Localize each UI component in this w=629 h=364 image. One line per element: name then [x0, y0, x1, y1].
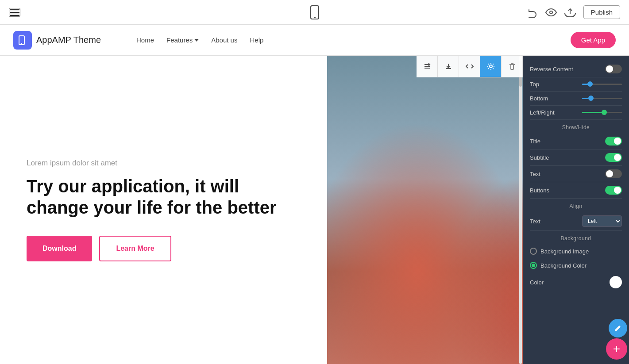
title-row: Title [530, 133, 622, 149]
text-align-label: Text [530, 218, 540, 225]
left-right-row: Left/Right [530, 106, 622, 120]
nav-cta-button[interactable]: Get App [571, 32, 616, 48]
top-label: Top [530, 81, 539, 88]
brand-name: AppAMP Theme [36, 35, 101, 45]
hero-buttons: Download Learn More [27, 236, 301, 261]
add-fab-button[interactable]: + [606, 338, 627, 360]
color-row: Color [530, 272, 622, 292]
nav-about[interactable]: About us [211, 36, 237, 44]
text-row: Text [530, 166, 622, 182]
menu-button[interactable] [9, 8, 20, 17]
title-label: Title [530, 138, 540, 145]
code-button[interactable] [459, 56, 480, 77]
left-right-label: Left/Right [530, 109, 555, 116]
download-panel-button[interactable] [438, 56, 459, 77]
hero-title: Try our application, it will change your… [27, 176, 301, 218]
nav-brand: AppAMP Theme [13, 31, 101, 50]
main-area: Lorem ipsum dolor sit amet Try our appli… [0, 56, 629, 364]
bottom-row: Bottom [530, 92, 622, 106]
upload-publish-icon[interactable] [564, 7, 576, 18]
panel-scrollbar [519, 56, 522, 364]
settings-button[interactable] [480, 56, 502, 77]
text-align-select[interactable]: Left Center Right [582, 215, 622, 227]
subtitle-toggle[interactable] [605, 153, 622, 162]
navbar: AppAMP Theme Home Features About us Help… [0, 25, 629, 56]
undo-button[interactable] [528, 7, 538, 18]
align-section-label: Align [530, 199, 622, 212]
edit-fab-button[interactable] [609, 319, 627, 337]
svg-point-2 [550, 11, 552, 14]
bg-color-label: Background Color [540, 262, 587, 269]
toolbar-center [309, 5, 320, 19]
subtitle-row: Subtitle [530, 149, 622, 166]
bg-image-row: Background Image [530, 244, 622, 258]
mobile-preview-button[interactable] [309, 5, 320, 19]
svg-point-9 [490, 65, 492, 68]
reorder-button[interactable] [417, 56, 438, 77]
color-swatch[interactable] [610, 276, 622, 288]
buttons-toggle[interactable] [605, 186, 622, 195]
reverse-content-label: Reverse Content [530, 66, 573, 73]
hero-subtitle: Lorem ipsum dolor sit amet [27, 159, 301, 168]
title-toggle[interactable] [605, 137, 622, 146]
add-icon: + [613, 343, 620, 355]
download-button[interactable]: Download [27, 236, 92, 261]
buttons-label: Buttons [530, 187, 549, 194]
top-row: Top [530, 77, 622, 92]
bg-image-label: Background Image [540, 248, 589, 255]
bg-color-row: Background Color [530, 258, 622, 272]
text-toggle[interactable] [605, 169, 622, 178]
reverse-content-toggle[interactable] [605, 65, 622, 73]
bg-color-radio[interactable] [530, 262, 537, 269]
bottom-slider[interactable] [582, 98, 622, 99]
buttons-row: Buttons [530, 182, 622, 199]
panel-toolbar [417, 56, 523, 77]
top-toolbar: Publish [0, 0, 629, 25]
text-align-row: Text Left Center Right [530, 212, 622, 231]
bg-image-radio[interactable] [530, 248, 537, 255]
nav-home[interactable]: Home [136, 36, 154, 44]
text-label: Text [530, 171, 540, 177]
hero-left: Lorem ipsum dolor sit amet Try our appli… [0, 56, 327, 364]
nav-help[interactable]: Help [250, 36, 263, 44]
settings-panel: Reverse Content Top Bottom [523, 56, 629, 364]
toolbar-right: Publish [528, 5, 620, 19]
top-slider[interactable] [582, 84, 622, 85]
brand-icon [13, 31, 32, 50]
delete-button[interactable] [502, 56, 523, 77]
reverse-content-row: Reverse Content [530, 61, 622, 77]
learn-more-button[interactable]: Learn More [99, 236, 171, 261]
left-right-slider[interactable] [582, 112, 622, 113]
preview-button[interactable] [545, 7, 557, 18]
publish-button[interactable]: Publish [583, 5, 620, 19]
subtitle-label: Subtitle [530, 154, 549, 161]
background-section-label: Background [530, 231, 622, 244]
color-label: Color [530, 279, 544, 286]
toolbar-left [9, 8, 20, 17]
nav-links: Home Features About us Help [136, 36, 263, 44]
svg-marker-5 [194, 39, 199, 42]
bottom-label: Bottom [530, 95, 548, 102]
show-hide-section-label: Show/Hide [530, 120, 622, 133]
nav-features[interactable]: Features [166, 36, 199, 44]
publish-label: Publish [591, 8, 613, 16]
